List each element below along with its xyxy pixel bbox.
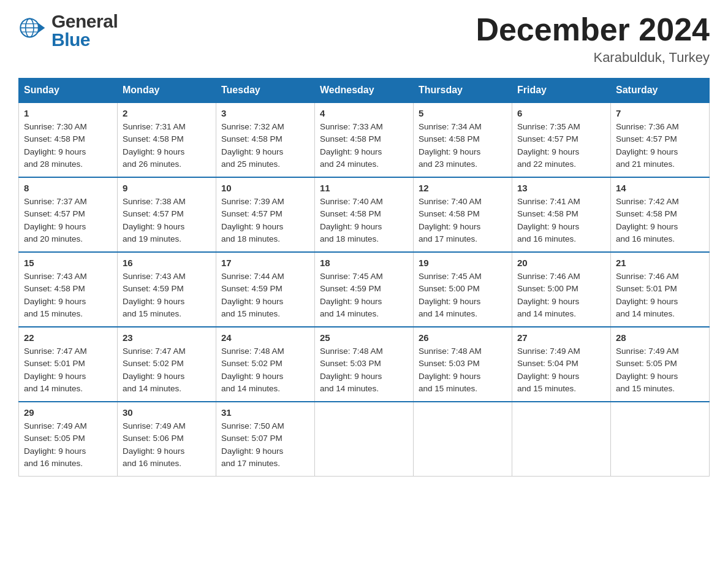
day-number: 12 bbox=[419, 183, 507, 193]
calendar-cell: 9 Sunrise: 7:38 AMSunset: 4:57 PMDayligh… bbox=[118, 177, 216, 252]
calendar-header-row: Sunday Monday Tuesday Wednesday Thursday… bbox=[19, 79, 710, 103]
day-number: 16 bbox=[123, 258, 211, 268]
day-number: 4 bbox=[320, 108, 408, 118]
calendar-cell: 6 Sunrise: 7:35 AMSunset: 4:57 PMDayligh… bbox=[512, 102, 611, 177]
day-number: 18 bbox=[320, 258, 408, 268]
day-number: 13 bbox=[517, 183, 605, 193]
calendar-week-5: 29 Sunrise: 7:49 AMSunset: 5:05 PMDaylig… bbox=[19, 402, 710, 477]
col-thursday: Thursday bbox=[414, 79, 512, 103]
calendar-cell: 27 Sunrise: 7:49 AMSunset: 5:04 PMDaylig… bbox=[512, 327, 611, 402]
day-info: Sunrise: 7:42 AMSunset: 4:58 PMDaylight:… bbox=[616, 197, 679, 243]
day-number: 30 bbox=[123, 407, 211, 418]
col-saturday: Saturday bbox=[611, 79, 710, 103]
calendar-cell: 18 Sunrise: 7:45 AMSunset: 4:59 PMDaylig… bbox=[315, 252, 414, 327]
day-number: 11 bbox=[320, 183, 408, 193]
calendar-cell: 13 Sunrise: 7:41 AMSunset: 4:58 PMDaylig… bbox=[512, 177, 611, 252]
calendar-cell: 8 Sunrise: 7:37 AMSunset: 4:57 PMDayligh… bbox=[19, 177, 118, 252]
calendar-cell bbox=[512, 402, 611, 477]
day-info: Sunrise: 7:30 AMSunset: 4:58 PMDaylight:… bbox=[24, 122, 87, 169]
calendar-cell: 5 Sunrise: 7:34 AMSunset: 4:58 PMDayligh… bbox=[414, 102, 512, 177]
day-info: Sunrise: 7:36 AMSunset: 4:57 PMDaylight:… bbox=[616, 122, 679, 169]
day-info: Sunrise: 7:38 AMSunset: 4:57 PMDaylight:… bbox=[123, 197, 186, 243]
day-info: Sunrise: 7:46 AMSunset: 5:01 PMDaylight:… bbox=[616, 272, 679, 318]
day-info: Sunrise: 7:41 AMSunset: 4:58 PMDaylight:… bbox=[517, 197, 580, 243]
day-number: 23 bbox=[123, 332, 211, 343]
day-number: 8 bbox=[24, 183, 112, 193]
day-number: 10 bbox=[221, 183, 309, 193]
page-header: General Blue December 2024 Karabulduk, T… bbox=[18, 12, 710, 66]
day-number: 20 bbox=[517, 258, 605, 268]
calendar-week-1: 1 Sunrise: 7:30 AMSunset: 4:58 PMDayligh… bbox=[19, 102, 710, 177]
calendar-cell: 28 Sunrise: 7:49 AMSunset: 5:05 PMDaylig… bbox=[611, 327, 710, 402]
day-info: Sunrise: 7:46 AMSunset: 5:00 PMDaylight:… bbox=[517, 272, 580, 318]
calendar-week-2: 8 Sunrise: 7:37 AMSunset: 4:57 PMDayligh… bbox=[19, 177, 710, 252]
day-number: 31 bbox=[221, 407, 309, 418]
day-info: Sunrise: 7:48 AMSunset: 5:03 PMDaylight:… bbox=[419, 347, 482, 393]
logo-general-text: General bbox=[51, 12, 118, 31]
day-info: Sunrise: 7:43 AMSunset: 4:58 PMDaylight:… bbox=[24, 272, 87, 318]
day-number: 7 bbox=[616, 108, 704, 118]
calendar-cell: 23 Sunrise: 7:47 AMSunset: 5:02 PMDaylig… bbox=[118, 327, 216, 402]
calendar-cell: 30 Sunrise: 7:49 AMSunset: 5:06 PMDaylig… bbox=[118, 402, 216, 477]
calendar-cell: 24 Sunrise: 7:48 AMSunset: 5:02 PMDaylig… bbox=[216, 327, 315, 402]
month-title: December 2024 bbox=[476, 12, 710, 47]
calendar-cell: 17 Sunrise: 7:44 AMSunset: 4:59 PMDaylig… bbox=[216, 252, 315, 327]
day-number: 24 bbox=[221, 332, 309, 343]
calendar-cell: 16 Sunrise: 7:43 AMSunset: 4:59 PMDaylig… bbox=[118, 252, 216, 327]
calendar-cell bbox=[414, 402, 512, 477]
calendar-cell bbox=[611, 402, 710, 477]
calendar-cell: 15 Sunrise: 7:43 AMSunset: 4:58 PMDaylig… bbox=[19, 252, 118, 327]
calendar-cell bbox=[315, 402, 414, 477]
day-info: Sunrise: 7:31 AMSunset: 4:58 PMDaylight:… bbox=[123, 122, 186, 169]
day-number: 6 bbox=[517, 108, 605, 118]
svg-marker-5 bbox=[38, 23, 45, 33]
col-sunday: Sunday bbox=[19, 79, 118, 103]
day-number: 25 bbox=[320, 332, 408, 343]
day-info: Sunrise: 7:43 AMSunset: 4:59 PMDaylight:… bbox=[123, 272, 186, 318]
calendar-week-3: 15 Sunrise: 7:43 AMSunset: 4:58 PMDaylig… bbox=[19, 252, 710, 327]
day-info: Sunrise: 7:48 AMSunset: 5:03 PMDaylight:… bbox=[320, 347, 383, 393]
calendar-cell: 2 Sunrise: 7:31 AMSunset: 4:58 PMDayligh… bbox=[118, 102, 216, 177]
day-number: 22 bbox=[24, 332, 112, 343]
day-number: 19 bbox=[419, 258, 507, 268]
day-number: 1 bbox=[24, 108, 112, 118]
day-info: Sunrise: 7:45 AMSunset: 4:59 PMDaylight:… bbox=[320, 272, 383, 318]
day-info: Sunrise: 7:40 AMSunset: 4:58 PMDaylight:… bbox=[419, 197, 482, 243]
calendar-cell: 31 Sunrise: 7:50 AMSunset: 5:07 PMDaylig… bbox=[216, 402, 315, 477]
logo-blue-text: Blue bbox=[51, 31, 118, 49]
day-number: 26 bbox=[419, 332, 507, 343]
day-info: Sunrise: 7:49 AMSunset: 5:06 PMDaylight:… bbox=[123, 421, 186, 468]
day-number: 5 bbox=[419, 108, 507, 118]
day-number: 3 bbox=[221, 108, 309, 118]
title-area: December 2024 Karabulduk, Turkey bbox=[476, 12, 710, 66]
calendar-cell: 3 Sunrise: 7:32 AMSunset: 4:58 PMDayligh… bbox=[216, 102, 315, 177]
calendar-cell: 1 Sunrise: 7:30 AMSunset: 4:58 PMDayligh… bbox=[19, 102, 118, 177]
day-info: Sunrise: 7:47 AMSunset: 5:01 PMDaylight:… bbox=[24, 347, 87, 393]
day-number: 21 bbox=[616, 258, 704, 268]
day-info: Sunrise: 7:40 AMSunset: 4:58 PMDaylight:… bbox=[320, 197, 383, 243]
day-number: 2 bbox=[123, 108, 211, 118]
day-info: Sunrise: 7:50 AMSunset: 5:07 PMDaylight:… bbox=[221, 421, 284, 468]
calendar-table: Sunday Monday Tuesday Wednesday Thursday… bbox=[18, 78, 710, 477]
calendar-cell: 10 Sunrise: 7:39 AMSunset: 4:57 PMDaylig… bbox=[216, 177, 315, 252]
col-wednesday: Wednesday bbox=[315, 79, 414, 103]
day-info: Sunrise: 7:47 AMSunset: 5:02 PMDaylight:… bbox=[123, 347, 186, 393]
col-monday: Monday bbox=[118, 79, 216, 103]
day-number: 15 bbox=[24, 258, 112, 268]
calendar-cell: 20 Sunrise: 7:46 AMSunset: 5:00 PMDaylig… bbox=[512, 252, 611, 327]
logo-text: General Blue bbox=[51, 12, 118, 49]
calendar-week-4: 22 Sunrise: 7:47 AMSunset: 5:01 PMDaylig… bbox=[19, 327, 710, 402]
calendar-cell: 14 Sunrise: 7:42 AMSunset: 4:58 PMDaylig… bbox=[611, 177, 710, 252]
day-info: Sunrise: 7:37 AMSunset: 4:57 PMDaylight:… bbox=[24, 197, 87, 243]
day-info: Sunrise: 7:45 AMSunset: 5:00 PMDaylight:… bbox=[419, 272, 482, 318]
day-info: Sunrise: 7:48 AMSunset: 5:02 PMDaylight:… bbox=[221, 347, 284, 393]
day-number: 27 bbox=[517, 332, 605, 343]
day-info: Sunrise: 7:39 AMSunset: 4:57 PMDaylight:… bbox=[221, 197, 284, 243]
calendar-cell: 29 Sunrise: 7:49 AMSunset: 5:05 PMDaylig… bbox=[19, 402, 118, 477]
day-number: 17 bbox=[221, 258, 309, 268]
day-info: Sunrise: 7:34 AMSunset: 4:58 PMDaylight:… bbox=[419, 122, 482, 169]
day-number: 29 bbox=[24, 407, 112, 418]
logo: General Blue bbox=[18, 12, 118, 49]
day-info: Sunrise: 7:32 AMSunset: 4:58 PMDaylight:… bbox=[221, 122, 284, 169]
day-number: 14 bbox=[616, 183, 704, 193]
